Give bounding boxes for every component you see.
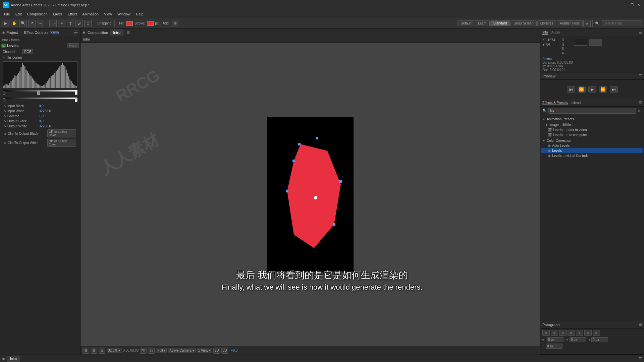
menu-layer[interactable]: Layer	[50, 11, 65, 17]
output-white-value[interactable]: 32768,0	[39, 124, 51, 128]
levels-puter-item[interactable]: 🎬 Levels ...puter to video	[541, 127, 643, 132]
viewer-overlay-btn[interactable]: ⊛	[99, 348, 105, 354]
para-menu[interactable]: ☰	[639, 322, 642, 327]
spacing-after-input[interactable]	[546, 344, 562, 349]
center-handle[interactable]	[314, 196, 317, 199]
preview-play-btn[interactable]: ▶	[588, 86, 596, 93]
close-button[interactable]: ✕	[636, 2, 641, 8]
tool-rect[interactable]: ▭	[49, 20, 57, 27]
handle-mr[interactable]	[339, 180, 342, 183]
minimize-button[interactable]: —	[623, 2, 628, 8]
justify-all-btn[interactable]: ≡	[576, 330, 583, 336]
menu-file[interactable]: File	[1, 11, 13, 17]
menu-window[interactable]: Window	[115, 11, 133, 17]
workspace-learn[interactable]: Learn	[475, 20, 490, 26]
comp-tab-menu[interactable]: ☰	[127, 31, 130, 34]
menu-help[interactable]: Help	[133, 11, 146, 17]
align-right-btn[interactable]: ≡	[559, 330, 567, 336]
input-slider-track[interactable]	[3, 90, 77, 92]
input-white-value[interactable]: 32768,0	[39, 109, 51, 113]
stroke-color-box[interactable]	[147, 21, 154, 26]
output-white-label[interactable]: Output White	[7, 124, 38, 128]
align-left-btn[interactable]: ≡	[542, 330, 550, 336]
workspace-standard[interactable]: Standard	[490, 20, 510, 26]
menu-view[interactable]: View	[101, 11, 115, 17]
menu-composition[interactable]: Composition	[24, 11, 50, 17]
tool-zoom[interactable]: 🔍	[19, 20, 27, 27]
menu-edit[interactable]: Edit	[13, 11, 24, 17]
fill-color-box[interactable]	[126, 21, 133, 26]
handle-bl[interactable]	[292, 160, 295, 162]
quality-select[interactable]: Full ▾	[156, 348, 167, 353]
tool-pen[interactable]: ✒	[58, 20, 65, 27]
info-panel-menu[interactable]: ☰	[639, 30, 642, 35]
workspace-small-screen[interactable]: Small Screen	[511, 20, 536, 26]
workspace-rubber-hose[interactable]: Rubber Hose	[557, 20, 583, 26]
views-select[interactable]: 1 View ▾	[197, 348, 212, 353]
effects-search-input[interactable]	[548, 108, 636, 114]
gamma-value[interactable]: 1,00	[39, 114, 45, 118]
justify-btn[interactable]: ≡	[568, 330, 575, 336]
input-black-handle[interactable]	[3, 91, 5, 95]
transparency-btn[interactable]: ◻	[148, 348, 155, 354]
effects-clear-btn[interactable]: ✕	[637, 108, 642, 114]
tool-eraser[interactable]: ◻	[84, 20, 92, 27]
levels-oto-item[interactable]: 🎬 Levels ...o to computer	[541, 132, 643, 137]
tool-hand[interactable]: ✋	[11, 20, 18, 27]
libraries-tab[interactable]: Librari...	[572, 101, 584, 105]
tool-brush[interactable]: 🖌	[75, 20, 83, 27]
workspace-more[interactable]: »	[583, 20, 591, 27]
project-tab[interactable]: Project	[6, 31, 18, 35]
search-help-input[interactable]	[602, 20, 642, 26]
indent-left-input[interactable]	[547, 337, 564, 342]
levels-individual-item[interactable]: ◉ Levels ...ividual Controls	[541, 153, 643, 158]
tl-menu[interactable]: ☰	[639, 357, 642, 361]
preview-first-btn[interactable]: ⏮	[567, 86, 575, 93]
effects-menu[interactable]: ☰	[639, 101, 642, 105]
justify-right-btn[interactable]: ≡	[584, 330, 592, 336]
output-black-handle[interactable]	[3, 98, 5, 102]
clip-output-black-label[interactable]: Clip To Output Black	[8, 132, 46, 135]
handle-tl[interactable]	[298, 143, 301, 145]
snapshot-btn[interactable]: 📷	[140, 348, 147, 354]
workspace-default[interactable]: Default	[458, 20, 474, 26]
indent-right-input[interactable]	[570, 337, 586, 342]
input-black-label[interactable]: Input Black	[7, 104, 38, 108]
viewer-btn-2d[interactable]: 2D	[213, 348, 220, 354]
output-slider-track[interactable]	[3, 98, 77, 99]
tool-undo[interactable]: ↩	[37, 20, 44, 27]
channel-value[interactable]: RGB	[22, 49, 33, 54]
info-tab[interactable]: Info	[542, 31, 548, 35]
menu-effect[interactable]: Effect	[65, 11, 79, 17]
animation-presets-header[interactable]: ▼ Animation Presets	[541, 117, 643, 122]
input-white-handle[interactable]	[75, 91, 77, 95]
justify-left-btn[interactable]: ≡	[593, 330, 600, 336]
align-center-btn[interactable]: ≡	[551, 330, 558, 336]
camera-select[interactable]: Active Camera ▾	[168, 348, 195, 353]
viewer-grid-btn[interactable]: ⊟	[91, 348, 97, 354]
gamma-label[interactable]: Gamma	[7, 114, 38, 118]
handle-br[interactable]	[333, 223, 335, 226]
handle-ml[interactable]	[286, 190, 288, 192]
output-black-value[interactable]: 0,0	[39, 119, 44, 123]
output-black-label[interactable]: Output Black	[7, 119, 38, 123]
effect-controls-tab[interactable]: Effect Controls	[24, 31, 48, 35]
color-correction-header[interactable]: ▼ Color Correction	[541, 138, 643, 143]
spacing-before-input[interactable]	[591, 337, 608, 342]
audio-tab[interactable]: Audio	[551, 31, 560, 34]
viewer-btn-3d[interactable]: 3D	[221, 348, 228, 354]
comp-tab-intro[interactable]: Intro	[110, 29, 123, 36]
tl-tab-intro[interactable]: Intro	[7, 356, 20, 362]
add-button[interactable]: ⊕	[172, 20, 179, 27]
tool-rotate[interactable]: ↺	[28, 20, 36, 27]
preview-prev-btn[interactable]: ⏪	[578, 86, 586, 93]
effects-presets-tab[interactable]: Effects & Presets	[542, 101, 568, 105]
preview-menu[interactable]: ☰	[639, 74, 642, 78]
preview-next-btn[interactable]: ⏩	[599, 86, 607, 93]
reset-button[interactable]: Reset	[67, 43, 79, 48]
zoom-select[interactable]: 32,6% ▾	[107, 348, 121, 353]
clip-output-black-value[interactable]: Off for 32 bpc Color	[47, 129, 76, 137]
input-white-label[interactable]: Input White	[7, 109, 38, 113]
clip-output-white-value[interactable]: Off for 32 bpc Color	[47, 139, 76, 147]
clip-output-white-label[interactable]: Clip To Output White	[8, 141, 46, 145]
